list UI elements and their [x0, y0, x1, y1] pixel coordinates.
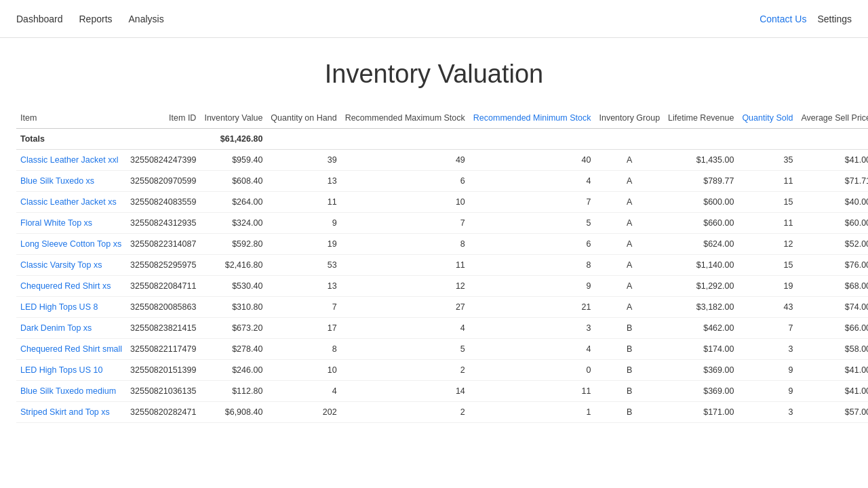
cell-id: 32550823821415 [126, 318, 200, 339]
table-row: Dark Denim Top xs 32550823821415 $673.20… [16, 318, 868, 339]
col-header-avg-sell: Average Sell Price [797, 108, 868, 129]
cell-item[interactable]: Floral White Top xs [16, 213, 126, 234]
cell-item[interactable]: LED High Tops US 8 [16, 297, 126, 318]
cell-inv-grp: A [595, 276, 664, 297]
cell-inv-grp: B [595, 381, 664, 402]
cell-rec-min: 3 [469, 318, 595, 339]
cell-item[interactable]: Classic Varsity Top xs [16, 255, 126, 276]
cell-qty-sold: 43 [738, 297, 797, 318]
cell-lt-rev: $3,182.00 [664, 297, 738, 318]
totals-row: Totals $61,426.80 [16, 129, 868, 150]
cell-id: 32550824312935 [126, 213, 200, 234]
cell-inv-grp: A [595, 213, 664, 234]
cell-item[interactable]: Chequered Red Shirt xs [16, 276, 126, 297]
cell-rec-min: 7 [469, 192, 595, 213]
cell-qty-sold: 3 [738, 402, 797, 423]
cell-rec-max: 7 [341, 213, 469, 234]
cell-qty-sold: 15 [738, 192, 797, 213]
table-row: Chequered Red Shirt small 32550822117479… [16, 339, 868, 360]
cell-lt-rev: $369.00 [664, 360, 738, 381]
cell-inv-val: $2,416.80 [200, 255, 267, 276]
cell-id: 32550820085863 [126, 297, 200, 318]
cell-qty-hand: 202 [267, 402, 340, 423]
cell-inv-grp: A [595, 297, 664, 318]
cell-inv-grp: A [595, 171, 664, 192]
cell-qty-sold: 9 [738, 360, 797, 381]
cell-rec-max: 2 [341, 360, 469, 381]
cell-qty-sold: 12 [738, 234, 797, 255]
cell-avg-sell: $66.00 [797, 318, 868, 339]
cell-inv-val: $673.20 [200, 318, 267, 339]
cell-qty-hand: 13 [267, 276, 340, 297]
cell-avg-sell: $57.00 [797, 402, 868, 423]
cell-rec-max: 12 [341, 276, 469, 297]
cell-qty-hand: 9 [267, 213, 340, 234]
table-row: Blue Silk Tuxedo xs 32550820970599 $608.… [16, 171, 868, 192]
cell-rec-min: 21 [469, 297, 595, 318]
cell-item[interactable]: Blue Silk Tuxedo medium [16, 381, 126, 402]
cell-rec-max: 10 [341, 192, 469, 213]
nav-contact[interactable]: Contact Us [760, 14, 806, 24]
table-row: Floral White Top xs 32550824312935 $324.… [16, 213, 868, 234]
cell-qty-hand: 13 [267, 171, 340, 192]
cell-qty-hand: 8 [267, 339, 340, 360]
col-header-inv-val: Inventory Value [200, 108, 267, 129]
cell-inv-grp: A [595, 192, 664, 213]
totals-avg-sell [797, 129, 868, 150]
cell-rec-min: 6 [469, 234, 595, 255]
cell-rec-min: 1 [469, 402, 595, 423]
cell-item[interactable]: Blue Silk Tuxedo xs [16, 171, 126, 192]
cell-qty-hand: 11 [267, 192, 340, 213]
cell-item[interactable]: Classic Leather Jacket xxl [16, 150, 126, 171]
cell-inv-val: $530.40 [200, 276, 267, 297]
cell-inv-grp: A [595, 255, 664, 276]
cell-avg-sell: $52.00 [797, 234, 868, 255]
cell-avg-sell: $68.00 [797, 276, 868, 297]
cell-qty-hand: 4 [267, 381, 340, 402]
cell-qty-sold: 9 [738, 381, 797, 402]
cell-avg-sell: $60.00 [797, 213, 868, 234]
cell-item[interactable]: LED High Tops US 10 [16, 360, 126, 381]
cell-qty-hand: 53 [267, 255, 340, 276]
cell-rec-min: 11 [469, 381, 595, 402]
col-header-rec-min: Recommended Minimum Stock [469, 108, 595, 129]
col-header-inv-grp: Inventory Group [595, 108, 664, 129]
table-header: Item Item ID Inventory Value Quantity on… [16, 108, 868, 129]
cell-qty-hand: 7 [267, 297, 340, 318]
cell-inv-grp: B [595, 339, 664, 360]
table-row: LED High Tops US 8 32550820085863 $310.8… [16, 297, 868, 318]
cell-lt-rev: $789.77 [664, 171, 738, 192]
totals-inv-grp [595, 129, 664, 150]
cell-rec-max: 49 [341, 150, 469, 171]
cell-rec-min: 9 [469, 276, 595, 297]
table-row: Striped Skirt and Top xs 32550820282471 … [16, 402, 868, 423]
cell-item[interactable]: Dark Denim Top xs [16, 318, 126, 339]
cell-avg-sell: $41.00 [797, 381, 868, 402]
nav-reports[interactable]: Reports [79, 14, 113, 24]
nav-dashboard[interactable]: Dashboard [16, 14, 63, 24]
totals-qty-sold [738, 129, 797, 150]
cell-lt-rev: $1,435.00 [664, 150, 738, 171]
cell-avg-sell: $58.00 [797, 339, 868, 360]
nav-settings[interactable]: Settings [817, 14, 852, 24]
totals-qty-hand [267, 129, 340, 150]
cell-qty-sold: 35 [738, 150, 797, 171]
cell-rec-min: 5 [469, 213, 595, 234]
cell-item[interactable]: Striped Skirt and Top xs [16, 402, 126, 423]
cell-id: 32550820282471 [126, 402, 200, 423]
nav-right: Contact Us Settings [760, 14, 852, 24]
cell-item[interactable]: Classic Leather Jacket xs [16, 192, 126, 213]
cell-inv-grp: B [595, 360, 664, 381]
cell-inv-grp: A [595, 150, 664, 171]
totals-inv-val: $61,426.80 [200, 129, 267, 150]
col-header-qty-hand: Quantity on Hand [267, 108, 340, 129]
cell-item[interactable]: Chequered Red Shirt small [16, 339, 126, 360]
cell-item[interactable]: Long Sleeve Cotton Top xs [16, 234, 126, 255]
cell-qty-hand: 10 [267, 360, 340, 381]
cell-rec-max: 27 [341, 297, 469, 318]
cell-rec-min: 4 [469, 171, 595, 192]
cell-inv-val: $310.80 [200, 297, 267, 318]
cell-qty-sold: 11 [738, 213, 797, 234]
col-header-lt-rev: Lifetime Revenue [664, 108, 738, 129]
nav-analysis[interactable]: Analysis [129, 14, 164, 24]
